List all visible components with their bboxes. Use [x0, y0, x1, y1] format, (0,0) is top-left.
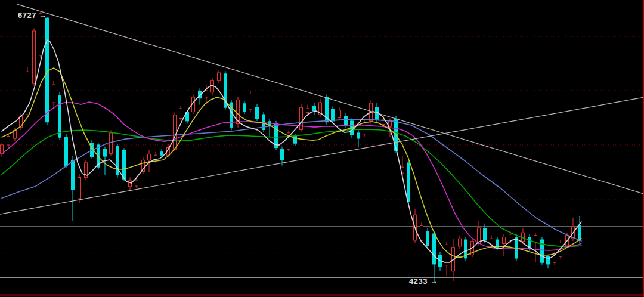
candle-1 — [7, 134, 10, 148]
candle-20 — [129, 178, 132, 190]
candle-41 — [262, 112, 265, 132]
candle-body-down — [541, 240, 544, 262]
candle-85 — [541, 237, 544, 265]
candle-body-up — [420, 225, 423, 240]
candle-body-down — [484, 228, 487, 240]
candle-22 — [142, 157, 145, 174]
candlestick-chart[interactable]: 6727 →4233 → — [0, 0, 644, 297]
candle-86 — [547, 255, 550, 269]
candle-73 — [465, 237, 467, 261]
candle-body-up — [78, 178, 81, 199]
candle-8 — [52, 81, 55, 107]
candle-0 — [1, 143, 4, 157]
moving-average-lines — [2, 40, 581, 262]
candle-series — [1, 12, 581, 283]
candle-body-down — [332, 109, 335, 121]
high-price-label: 6727 → — [18, 11, 47, 20]
candle-body-up — [218, 73, 221, 81]
candle-body-up — [503, 237, 506, 244]
descending-resistance — [17, 4, 644, 194]
candle-body-down — [345, 116, 348, 126]
candle-body-down — [578, 225, 581, 241]
candle-56 — [357, 130, 360, 147]
ma-green — [2, 129, 581, 246]
candle-49 — [313, 103, 316, 115]
candle-body-up — [249, 94, 252, 110]
candle-11 — [72, 156, 75, 221]
candle-body-up — [205, 91, 208, 97]
candle-40 — [256, 104, 259, 121]
candle-67 — [426, 228, 429, 249]
candle-body-up — [509, 234, 512, 240]
candle-body-down — [426, 231, 429, 246]
candle-27 — [174, 112, 177, 151]
candle-52 — [332, 106, 335, 123]
candle-47 — [300, 104, 303, 132]
candle-body-down — [46, 18, 49, 122]
candle-body-down — [281, 149, 284, 159]
candle-body-up — [174, 115, 177, 149]
ma-blue — [2, 119, 581, 241]
candle-body-down — [104, 149, 107, 156]
candle-42 — [268, 119, 271, 137]
candle-35 — [224, 71, 227, 110]
candle-50 — [319, 99, 322, 117]
candle-body-down — [65, 137, 68, 166]
ma-white — [2, 40, 581, 262]
candle-body-up — [363, 122, 366, 134]
candle-70 — [445, 242, 448, 276]
candle-body-up — [39, 14, 42, 55]
candle-body-up — [306, 109, 309, 112]
candle-18 — [116, 144, 119, 177]
candle-body-down — [357, 133, 360, 138]
price-annotations: 6727 →4233 → — [18, 11, 438, 286]
candle-body-down — [433, 234, 436, 264]
chart-canvas[interactable]: 6727 →4233 → — [0, 0, 644, 297]
candle-body-up — [148, 154, 151, 160]
candle-body-up — [52, 85, 55, 103]
candle-5 — [33, 29, 36, 86]
candle-38 — [243, 101, 246, 114]
candle-body-down — [58, 95, 61, 137]
candle-10 — [65, 134, 68, 168]
candle-body-down — [160, 152, 163, 156]
candle-body-down — [243, 104, 246, 112]
candle-64 — [407, 160, 410, 204]
candle-34 — [218, 70, 221, 83]
candle-body-up — [459, 239, 462, 246]
candle-53 — [338, 107, 341, 120]
candle-45 — [287, 130, 290, 151]
candle-81 — [515, 234, 518, 261]
candle-body-up — [338, 110, 341, 118]
candle-body-down — [123, 150, 126, 179]
candle-body-up — [7, 136, 10, 145]
candle-33 — [211, 78, 214, 95]
candle-72 — [459, 236, 462, 249]
candle-body-down — [407, 163, 410, 202]
candle-84 — [534, 233, 537, 262]
candle-body-up — [110, 133, 113, 154]
candle-28 — [179, 106, 182, 121]
candle-body-down — [256, 107, 259, 119]
candle-36 — [230, 100, 233, 131]
candle-body-up — [129, 181, 132, 187]
candle-body-up — [179, 109, 182, 118]
candle-body-up — [389, 121, 392, 126]
candle-body-up — [33, 31, 36, 83]
support-level-lines — [0, 227, 644, 277]
candle-body-down — [72, 160, 75, 189]
candle-57 — [363, 119, 366, 137]
candle-39 — [249, 91, 252, 112]
ma-yellow — [2, 68, 581, 257]
candle-body-up — [135, 180, 138, 186]
low-price-label: 4233 → — [409, 277, 438, 286]
candle-12 — [78, 174, 81, 203]
candle-13 — [85, 160, 88, 180]
candle-body-down — [313, 106, 316, 110]
